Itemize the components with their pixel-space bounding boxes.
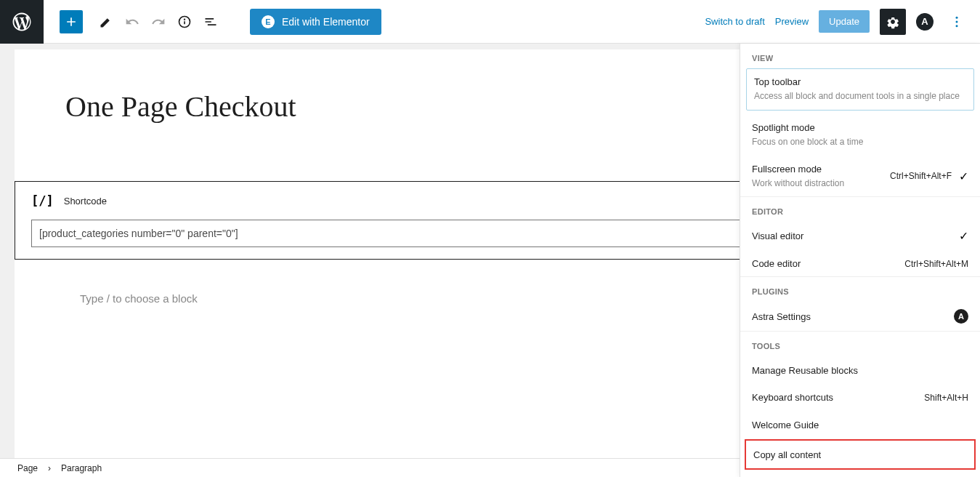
dd-title: Manage Reusable blocks	[752, 365, 858, 376]
more-options-button[interactable]	[944, 9, 970, 35]
switch-draft-link[interactable]: Switch to draft	[705, 16, 764, 27]
dd-title: Visual editor	[752, 231, 803, 241]
dd-welcome-guide[interactable]: Welcome Guide	[740, 411, 980, 439]
astra-icon: A	[954, 309, 968, 324]
dd-shortcut: Ctrl+Shift+Alt+F	[890, 171, 952, 181]
astra-icon[interactable]: A	[916, 13, 934, 31]
check-icon: ✓	[959, 229, 968, 243]
dd-astra-settings[interactable]: Astra Settings A	[740, 302, 980, 332]
breadcrumb-separator: ›	[48, 463, 51, 473]
add-block-button[interactable]	[60, 10, 83, 33]
dd-keyboard-shortcuts[interactable]: Keyboard shortcuts Shift+Alt+H	[740, 385, 980, 411]
svg-point-3	[956, 16, 958, 18]
elementor-icon: E	[262, 15, 275, 28]
undo-icon[interactable]	[119, 9, 145, 35]
dd-shortcut: Shift+Alt+H	[924, 393, 968, 403]
settings-button[interactable]	[880, 9, 906, 35]
dd-spotlight[interactable]: Spotlight mode Focus on one block at a t…	[740, 115, 980, 156]
toolbar-right: Switch to draft Preview Update A	[705, 9, 980, 35]
dd-desc: Work without distraction	[752, 177, 844, 190]
dd-visual-editor[interactable]: Visual editor ✓	[740, 222, 980, 251]
dd-title: Code editor	[752, 258, 801, 269]
dd-copy-all-content[interactable]: Copy all content	[745, 439, 976, 470]
dd-shortcut: Ctrl+Shift+Alt+M	[904, 259, 968, 269]
dd-view-label: VIEW	[740, 44, 980, 68]
dd-title: Keyboard shortcuts	[752, 392, 833, 403]
svg-point-4	[956, 20, 958, 23]
dd-title: Top toolbar	[754, 76, 966, 87]
outline-icon[interactable]	[198, 9, 224, 35]
update-button[interactable]: Update	[819, 10, 870, 33]
dd-plugins-label: PLUGINS	[740, 277, 980, 302]
dd-top-toolbar[interactable]: Top toolbar Access all block and documen…	[746, 68, 974, 111]
options-dropdown: VIEW Top toolbar Access all block and do…	[740, 44, 980, 477]
dd-desc: Focus on one block at a time	[752, 136, 968, 148]
wordpress-logo[interactable]	[0, 0, 44, 44]
dd-title: Fullscreen mode	[752, 164, 844, 175]
toolbar-left: E Edit with Elementor	[44, 9, 381, 35]
dd-desc: Access all block and document tools in a…	[754, 90, 966, 103]
dd-title: Spotlight mode	[752, 122, 968, 133]
dd-manage-reusable[interactable]: Manage Reusable blocks	[740, 356, 980, 385]
svg-point-5	[956, 25, 958, 27]
redo-icon[interactable]	[145, 9, 171, 35]
top-toolbar: E Edit with Elementor Switch to draft Pr…	[0, 0, 980, 44]
dd-editor-label: EDITOR	[740, 197, 980, 222]
shortcode-icon: [/]	[31, 193, 54, 208]
dd-title: Astra Settings	[752, 311, 811, 322]
check-icon: ✓	[959, 169, 968, 183]
dd-code-editor[interactable]: Code editor Ctrl+Shift+Alt+M	[740, 251, 980, 277]
dd-fullscreen[interactable]: Fullscreen mode Work without distraction…	[740, 156, 980, 198]
svg-point-2	[185, 19, 185, 20]
dd-tools-label: TOOLS	[740, 332, 980, 356]
dd-title: Copy all content	[753, 449, 821, 460]
paragraph-placeholder: Type / to choose a block	[80, 292, 198, 305]
dd-title: Welcome Guide	[752, 420, 819, 430]
breadcrumb-root[interactable]: Page	[17, 463, 38, 473]
shortcode-label: Shortcode	[64, 196, 107, 207]
edit-elementor-button[interactable]: E Edit with Elementor	[250, 9, 381, 35]
preview-link[interactable]: Preview	[775, 16, 809, 27]
info-icon[interactable]	[171, 9, 198, 35]
elementor-label: Edit with Elementor	[282, 16, 370, 28]
edit-mode-icon[interactable]	[93, 9, 119, 35]
breadcrumb-current[interactable]: Paragraph	[61, 463, 102, 473]
